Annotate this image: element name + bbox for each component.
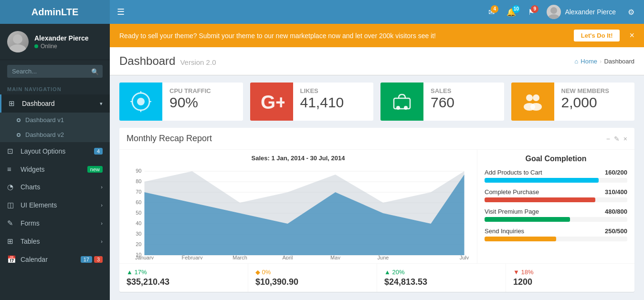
progress-fill-1 [485,178,599,183]
chart-minimize-button[interactable]: − [606,135,610,143]
goal-item-4: Send Inquiries 250/500 [485,228,627,241]
stat-label-members: NEW MEMBERS [561,87,628,94]
goal-item-header-1: Add Products to Cart 160/200 [485,169,627,176]
stat-value-sales: 760 [431,94,497,111]
messages-button[interactable]: ✉ 4 [484,5,499,19]
progress-fill-3 [485,217,570,222]
subitem-label: Dashboard v2 [25,131,64,138]
svg-text:February: February [181,255,203,259]
svg-text:50: 50 [136,210,141,216]
svg-point-12 [396,106,400,110]
alert-text: Ready to sell your theme? Submit your th… [119,32,569,40]
svg-text:July: July [460,255,469,259]
user-menu-button[interactable]: Alexander Pierce [542,5,621,19]
svg-point-13 [404,106,408,110]
avatar-image [7,31,29,52]
page-subtitle: Version 2.0 [180,58,216,66]
calendar-icon: 📅 [7,255,17,264]
breadcrumb-home-icon: ⌂ [575,58,579,65]
breadcrumb-home-link[interactable]: Home [581,58,597,65]
charts-icon: ◔ [7,183,17,191]
sidebar-item-tables[interactable]: ⊞ Tables › [0,232,110,250]
stat-icon-cpu [119,83,162,121]
navbar: AdminLTE ☰ ✉ 4 🔔 10 ⚑ 9 Alexander Pierce… [0,0,644,24]
stat-icon-sales [380,83,423,121]
bottom-stat-3: ▲ 20% $24,813.53 [377,264,506,292]
subitem-dot-icon [17,118,21,122]
subitem-label: Dashboard v1 [25,116,64,124]
notifications-button[interactable]: 🔔 10 [502,5,521,19]
progress-bg-2 [485,197,627,202]
sidebar-item-label: Calendar [21,256,81,263]
chart-close-button[interactable]: × [623,135,627,143]
calendar-badge-2: 3 [94,256,103,263]
sidebar-item-calendar[interactable]: 📅 Calendar 17 3 [0,250,110,269]
bottom-stat-change-1: ▲ 17% [127,269,241,276]
search-input[interactable] [7,65,103,78]
breadcrumb-separator: › [600,58,602,65]
nav-section-label: MAIN NAVIGATION [0,83,110,94]
svg-text:20: 20 [136,241,141,247]
sidebar-avatar [7,31,29,52]
svg-text:70: 70 [136,189,141,195]
svg-text:40: 40 [136,220,141,226]
svg-text:March: March [232,255,247,259]
sidebar-item-dashboard-v2[interactable]: Dashboard v2 [0,127,110,142]
chart-goals-sidebar: Goal Completion Add Products to Cart 160… [477,150,634,263]
sidebar: Alexander Pierce Online 🔍 MAIN NAVIGATIO… [0,24,110,300]
sidebar-item-forms[interactable]: ✎ Forms › [0,214,110,232]
brand-text: AdminLTE [32,7,79,18]
sidebar-item-label: Tables [21,238,101,245]
sidebar-toggle-button[interactable]: ☰ [110,7,132,17]
stat-card-members: NEW MEMBERS 2,000 [511,83,635,121]
sidebar-item-dashboard[interactable]: ⊞ Dashboard ▾ [0,94,110,113]
sidebar-item-widgets[interactable]: ≡ Widgets new [0,160,110,178]
svg-rect-11 [394,98,410,109]
alert-cta-button[interactable]: Let's Do It! [574,30,620,41]
notifications-badge: 10 [512,5,520,13]
goal-value-3: 480/800 [605,208,627,215]
stat-label-likes: LIKES [300,87,367,94]
stat-card-sales: SALES 760 [380,83,504,121]
forms-icon: ✎ [7,219,17,228]
svg-text:G+: G+ [261,92,285,113]
goal-item-header-4: Send Inquiries 250/500 [485,228,627,235]
chevron-down-icon: ▾ [100,101,103,107]
chevron-right-icon: › [101,220,103,226]
tasks-button[interactable]: ⚑ 9 [523,5,539,19]
goal-value-4: 250/500 [605,228,627,235]
goal-item-header-2: Complete Purchase 310/400 [485,188,627,196]
goal-value-1: 160/200 [605,169,627,176]
navbar-brand[interactable]: AdminLTE [0,0,110,24]
sidebar-item-layout-options[interactable]: ⊡ Layout Options 4 [0,142,110,160]
svg-point-0 [550,7,557,14]
svg-text:80: 80 [136,178,141,184]
sidebar-item-ui-elements[interactable]: ◫ UI Elements › [0,196,110,214]
chevron-right-icon: › [101,202,103,208]
chart-edit-button[interactable]: ✎ [614,135,620,143]
online-indicator [34,44,38,48]
navbar-right: ✉ 4 🔔 10 ⚑ 9 Alexander Pierce ⚙ [484,5,644,19]
progress-bg-4 [485,237,627,241]
goal-label-4: Send Inquiries [485,228,524,235]
bottom-stat-value-4: 1200 [513,277,627,287]
chart-tools: − ✎ × [606,135,627,143]
svg-point-15 [533,94,539,101]
settings-button[interactable]: ⚙ [623,8,639,17]
sidebar-item-charts[interactable]: ◔ Charts › [0,178,110,196]
goal-item-header-3: Visit Premium Page 480/800 [485,208,627,215]
svg-text:30: 30 [136,231,141,237]
stat-info-sales: SALES 760 [423,83,504,121]
alert-close-button[interactable]: × [629,31,634,41]
online-status: Online [34,43,89,50]
svg-text:90: 90 [136,168,141,174]
svg-point-17 [530,103,542,111]
ui-elements-icon: ◫ [7,201,17,209]
svg-point-3 [9,44,26,52]
chart-card: Monthly Recap Report − ✎ × Sales: 1 Jan,… [119,128,634,292]
sidebar-item-dashboard-v1[interactable]: Dashboard v1 [0,113,110,127]
sidebar-user-info: Alexander Pierce Online [34,34,89,50]
layout-options-icon: ⊡ [7,147,17,155]
navbar-username: Alexander Pierce [565,8,616,16]
stat-value-members: 2,000 [561,94,628,111]
